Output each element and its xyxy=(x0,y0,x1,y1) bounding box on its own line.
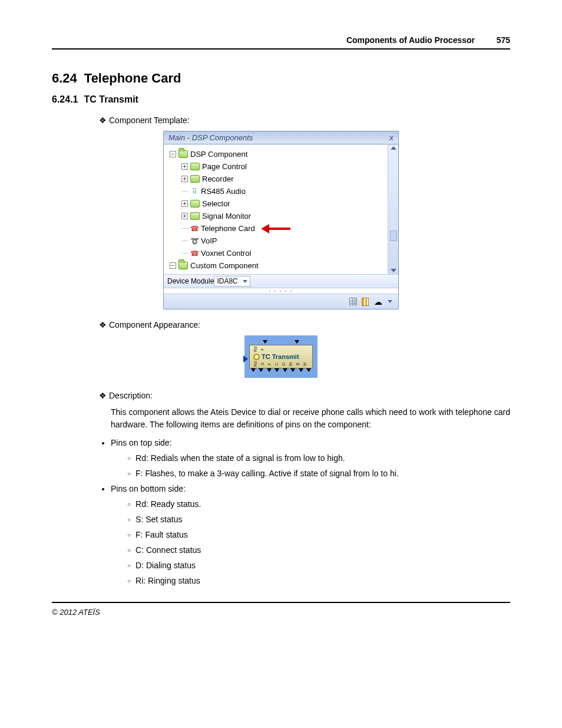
pin-label: Rd xyxy=(253,347,257,353)
scroll-down-icon[interactable] xyxy=(391,269,396,272)
tree-item-label: Signal Monitor xyxy=(202,212,251,220)
expand-icon[interactable]: + xyxy=(181,200,188,207)
tree-item[interactable]: +Signal Monitor xyxy=(168,210,385,222)
device-module-label: Device Module xyxy=(167,277,214,285)
scroll-up-icon[interactable] xyxy=(391,146,396,150)
header-title: Components of Audio Processor xyxy=(346,35,475,45)
expand-icon[interactable]: + xyxy=(181,163,188,170)
section-heading: 6.24Telephone Card xyxy=(52,71,510,86)
pin-description-list: Pins on top side: Rd: Redials when the s… xyxy=(111,438,510,585)
tree-item[interactable]: ⠿RS485 Audio xyxy=(168,185,385,197)
pin-label: M xyxy=(303,361,307,367)
pin-label: C xyxy=(275,361,279,367)
scroll-thumb[interactable] xyxy=(390,230,397,241)
component-appearance-block: RdF TC Transmit RdSFCDRiBM xyxy=(244,335,318,378)
pins-bottom-row: RdSFCDRiBM xyxy=(251,361,311,367)
pin-label: B xyxy=(296,361,300,367)
collapse-icon[interactable]: − xyxy=(170,151,176,157)
description-label: ❖Description: xyxy=(99,391,510,400)
list-item: F: Flashes, to make a 3-way calling. Act… xyxy=(127,469,510,478)
panel-toolbar: ☁ xyxy=(164,294,398,309)
list-item: Ri: Ringing status xyxy=(127,576,510,585)
pin-label: S xyxy=(260,361,265,367)
subsection-number: 6.24.1 xyxy=(52,94,78,104)
section-number: 6.24 xyxy=(52,71,77,85)
subsection-title: TC Transmit xyxy=(84,94,138,104)
voip-icon: ➰ xyxy=(190,237,199,245)
pins-top-row: RdF xyxy=(251,347,311,352)
page-header: Components of Audio Processor 575 xyxy=(52,35,510,50)
dsp-components-panel: Main - DSP Components x −DSP Component+P… xyxy=(163,131,399,309)
component-template-label: ❖Component Template: xyxy=(99,116,510,125)
input-port-icon xyxy=(243,355,248,363)
tree-item[interactable]: ➰VoIP xyxy=(168,235,385,247)
tree-item-label: VoIP xyxy=(201,236,217,245)
tree-list: −DSP Component+Page Control+Recorder⠿RS4… xyxy=(164,144,388,274)
panel-footer: Device Module IDA8C xyxy=(164,274,398,288)
tree-connector xyxy=(181,228,188,229)
pin-label: F xyxy=(267,361,272,367)
pin-label: D xyxy=(282,361,286,367)
tree-item-label: Telephone Card xyxy=(201,224,255,233)
header-page-number: 575 xyxy=(484,35,510,45)
tree-item[interactable]: −DSP Component xyxy=(168,148,385,160)
panel-titlebar: Main - DSP Components x xyxy=(164,131,398,144)
expand-icon[interactable]: + xyxy=(181,213,188,219)
tool-icon[interactable]: ☁ xyxy=(373,297,383,307)
folder-icon xyxy=(190,175,200,183)
component-icon xyxy=(253,354,260,360)
tree-item[interactable]: −Custom Component xyxy=(168,259,385,272)
dots-icon: ⠿ xyxy=(190,187,199,196)
folder-icon xyxy=(178,150,188,158)
tree-item-label: RS485 Audio xyxy=(201,187,246,196)
palette-icon[interactable] xyxy=(362,298,369,306)
tree-item[interactable]: +Selector xyxy=(168,197,385,210)
description-text: This component allows the Ateis Device t… xyxy=(111,406,510,431)
section-title: Telephone Card xyxy=(84,71,181,85)
pin-label: Rd xyxy=(253,361,257,367)
folder-icon xyxy=(190,212,200,220)
list-item: F: Fault status xyxy=(127,530,510,539)
list-item: Rd: Ready status. xyxy=(127,499,510,509)
panel-title: Main - DSP Components xyxy=(168,133,253,142)
subsection-heading: 6.24.1TC Transmit xyxy=(52,94,510,105)
diamond-icon: ❖ xyxy=(99,320,107,330)
list-item: Rd: Redials when the state of a signal i… xyxy=(127,453,510,463)
diamond-icon: ❖ xyxy=(99,391,107,400)
device-module-dropdown[interactable]: IDA8C xyxy=(214,276,250,286)
tree-item[interactable]: ☎Voxnet Control xyxy=(168,247,385,259)
dropdown-icon[interactable] xyxy=(388,300,392,303)
collapse-icon[interactable]: − xyxy=(170,262,176,269)
tree-item[interactable]: +Page Control xyxy=(168,160,385,173)
tree-item-label: DSP Component xyxy=(190,150,247,159)
phone-icon: ☎ xyxy=(190,225,199,233)
component-label-row: TC Transmit xyxy=(251,352,311,361)
tree-connector xyxy=(181,241,188,241)
splitter[interactable]: • • • • • xyxy=(164,288,398,294)
phone-icon: ☎ xyxy=(190,249,199,258)
top-ticks xyxy=(249,340,313,345)
tree-item-label: Custom Component xyxy=(190,261,259,270)
component-label: TC Transmit xyxy=(262,353,299,360)
folder-icon xyxy=(190,200,200,207)
list-item: D: Dialing status xyxy=(127,561,510,570)
pins-top-title: Pins on top side: Rd: Redials when the s… xyxy=(111,438,510,478)
folder-icon xyxy=(178,262,188,269)
expand-icon[interactable]: + xyxy=(181,176,188,182)
pins-bottom-title: Pins on bottom side: Rd: Ready status.S:… xyxy=(111,484,510,585)
tree-item[interactable]: +Recorder xyxy=(168,173,385,185)
tree-connector xyxy=(181,191,188,192)
list-item: S: Set status xyxy=(127,515,510,524)
close-icon[interactable]: x xyxy=(389,133,394,142)
tree-item-label: Selector xyxy=(202,199,230,208)
pin-label: F xyxy=(260,347,265,353)
tree-item[interactable]: ☎Telephone Card xyxy=(168,222,385,235)
tree-item-label: Voxnet Control xyxy=(201,249,251,258)
list-item: C: Connect status xyxy=(127,545,510,555)
scrollbar[interactable] xyxy=(388,144,398,274)
page-footer: © 2012 ATEÏS xyxy=(52,602,510,617)
highlight-arrow-icon xyxy=(261,224,290,233)
grid-icon[interactable] xyxy=(349,298,357,305)
pin-label: Ri xyxy=(289,361,293,367)
tree-connector xyxy=(181,253,188,253)
